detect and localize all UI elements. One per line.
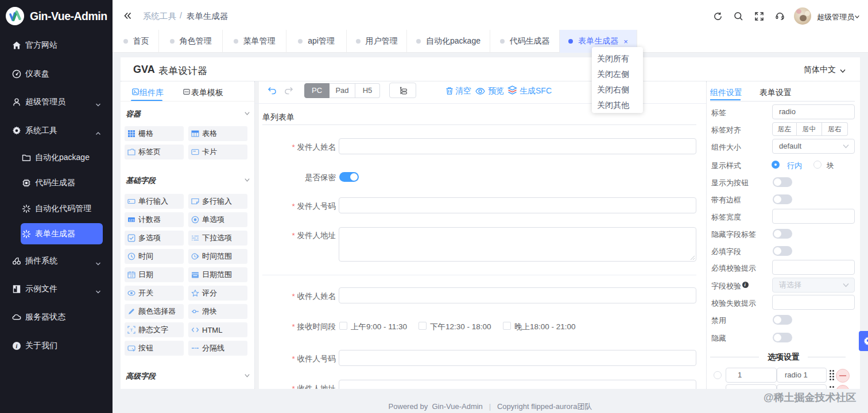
svg-text:123: 123 — [129, 219, 135, 222]
svg-text:i: i — [16, 343, 18, 349]
svg-text:T: T — [130, 328, 133, 333]
svg-text:19: 19 — [130, 274, 133, 278]
